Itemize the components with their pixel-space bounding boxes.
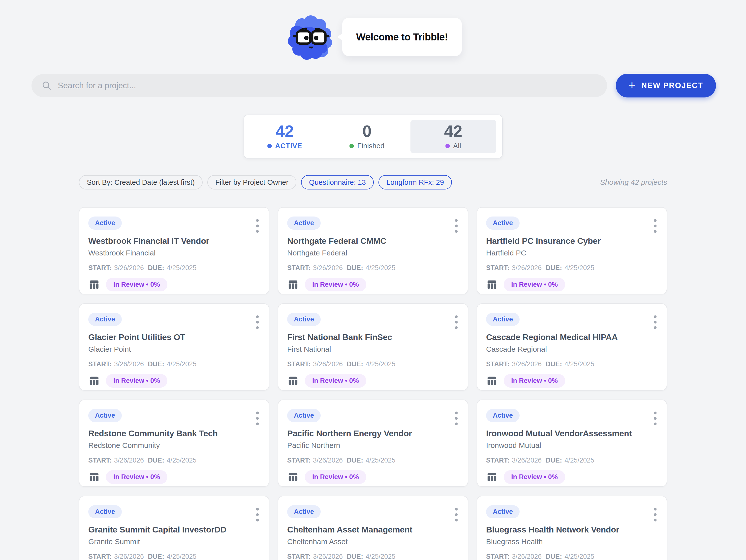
- project-company: Cheltenham Asset: [287, 537, 459, 546]
- card-footer: In Review • 0%: [88, 374, 260, 388]
- project-company: Redstone Community: [88, 441, 260, 450]
- card-footer: In Review • 0%: [287, 278, 459, 291]
- project-title: Cascade Regional Medical HIPAA: [486, 332, 658, 342]
- search-icon: [41, 80, 52, 91]
- stat-tab-all[interactable]: 42 All: [410, 120, 496, 153]
- review-status-pill: In Review • 0%: [305, 374, 366, 388]
- filter-owner-chip[interactable]: Filter by Project Owner: [207, 175, 296, 190]
- table-icon: [88, 279, 100, 290]
- kebab-menu-icon[interactable]: [654, 411, 657, 426]
- kebab-menu-icon[interactable]: [256, 218, 259, 234]
- kebab-menu-icon[interactable]: [455, 507, 458, 523]
- review-status-pill: In Review • 0%: [305, 278, 366, 291]
- project-company: Hartfield PC: [486, 249, 658, 257]
- project-company: Northgate Federal: [287, 249, 459, 257]
- project-dates: START: 3/26/2026 DUE: 4/25/2025: [287, 360, 459, 368]
- status-badge: Active: [88, 409, 122, 422]
- status-badge: Active: [287, 217, 321, 230]
- project-title: Ironwood Mutual VendorAssessment: [486, 428, 658, 438]
- card-footer: In Review • 0%: [287, 374, 459, 388]
- project-title: Granite Summit Capital InvestorDD: [88, 525, 260, 534]
- project-title: Glacier Point Utilities OT: [88, 332, 260, 342]
- stat-value-all: 42: [444, 123, 462, 139]
- table-icon: [88, 375, 100, 387]
- project-card[interactable]: Active Glacier Point Utilities OT Glacie…: [79, 303, 269, 391]
- review-status-pill: In Review • 0%: [305, 470, 366, 484]
- project-title: First National Bank FinSec: [287, 332, 459, 342]
- project-card[interactable]: Active Ironwood Mutual VendorAssessment …: [477, 399, 667, 487]
- kebab-menu-icon[interactable]: [256, 507, 259, 523]
- stat-tab-active[interactable]: 42 ACTIVE: [244, 115, 326, 158]
- review-status-pill: In Review • 0%: [504, 278, 565, 291]
- project-title: Westbrook Financial IT Vendor: [88, 236, 260, 246]
- table-icon: [88, 471, 100, 483]
- hero-header: Welcome to Tribble!: [0, 0, 746, 64]
- card-footer: In Review • 0%: [287, 470, 459, 484]
- card-footer: In Review • 0%: [486, 374, 658, 388]
- kebab-menu-icon[interactable]: [654, 218, 657, 234]
- project-card[interactable]: Active Bluegrass Health Network Vendor B…: [477, 496, 667, 560]
- project-card[interactable]: Active Northgate Federal CMMC Northgate …: [278, 207, 468, 295]
- project-title: Pacific Northern Energy Vendor: [287, 428, 459, 438]
- search-input[interactable]: [58, 81, 597, 90]
- card-footer: In Review • 0%: [486, 470, 658, 484]
- project-title: Cheltenham Asset Management: [287, 525, 459, 534]
- kebab-menu-icon[interactable]: [654, 507, 657, 523]
- project-title: Redstone Community Bank Tech: [88, 428, 260, 438]
- review-status-pill: In Review • 0%: [106, 470, 167, 484]
- card-footer: In Review • 0%: [486, 278, 658, 291]
- longform-rfx-chip[interactable]: Longform RFx: 29: [378, 175, 452, 190]
- project-card[interactable]: Active Granite Summit Capital InvestorDD…: [79, 496, 269, 560]
- project-dates: START: 3/26/2026 DUE: 4/25/2025: [486, 553, 658, 560]
- project-grid: Active Westbrook Financial IT Vendor Wes…: [79, 207, 667, 560]
- project-card[interactable]: Active Redstone Community Bank Tech Reds…: [79, 399, 269, 487]
- sort-by-chip[interactable]: Sort By: Created Date (latest first): [79, 175, 203, 190]
- status-badge: Active: [88, 217, 122, 230]
- kebab-menu-icon[interactable]: [455, 218, 458, 234]
- kebab-menu-icon[interactable]: [455, 314, 458, 330]
- search-box[interactable]: [31, 74, 607, 97]
- project-company: Ironwood Mutual: [486, 441, 658, 450]
- project-dates: START: 3/26/2026 DUE: 4/25/2025: [287, 264, 459, 272]
- stat-tab-finished[interactable]: 0 Finished: [326, 115, 408, 158]
- stat-label-finished: Finished: [349, 142, 384, 150]
- kebab-menu-icon[interactable]: [256, 314, 259, 330]
- card-footer: In Review • 0%: [88, 278, 260, 291]
- stats-card: 42 ACTIVE 0 Finished 42 All: [243, 115, 503, 159]
- status-badge: Active: [88, 313, 122, 326]
- project-title: Hartfield PC Insurance Cyber: [486, 236, 658, 246]
- status-badge: Active: [486, 505, 520, 518]
- project-card[interactable]: Active Cheltenham Asset Management Chelt…: [278, 496, 468, 560]
- project-card[interactable]: Active Hartfield PC Insurance Cyber Hart…: [477, 207, 667, 295]
- project-card[interactable]: Active Cascade Regional Medical HIPAA Ca…: [477, 303, 667, 391]
- table-icon: [486, 279, 498, 290]
- project-title: Northgate Federal CMMC: [287, 236, 459, 246]
- kebab-menu-icon[interactable]: [256, 411, 259, 426]
- kebab-menu-icon[interactable]: [455, 411, 458, 426]
- review-status-pill: In Review • 0%: [106, 278, 167, 291]
- stat-label-all: All: [446, 142, 461, 150]
- kebab-menu-icon[interactable]: [654, 314, 657, 330]
- project-title: Bluegrass Health Network Vendor: [486, 525, 658, 534]
- project-company: Granite Summit: [88, 537, 260, 546]
- stats-section: 42 ACTIVE 0 Finished 42 All: [0, 115, 746, 159]
- tribble-mascot-logo: [285, 14, 334, 61]
- active-dot-icon: [267, 144, 272, 148]
- status-badge: Active: [486, 217, 520, 230]
- project-company: Westbrook Financial: [88, 249, 260, 257]
- welcome-speech-bubble: Welcome to Tribble!: [342, 18, 462, 56]
- review-status-pill: In Review • 0%: [504, 374, 565, 388]
- project-card[interactable]: Active Pacific Northern Energy Vendor Pa…: [278, 399, 468, 487]
- filter-row: Sort By: Created Date (latest first) Fil…: [79, 175, 667, 190]
- table-icon: [287, 279, 299, 290]
- project-card[interactable]: Active First National Bank FinSec First …: [278, 303, 468, 391]
- questionnaire-chip[interactable]: Questionnaire: 13: [301, 175, 374, 190]
- status-badge: Active: [88, 505, 122, 518]
- review-status-pill: In Review • 0%: [504, 470, 565, 484]
- new-project-button[interactable]: + NEW PROJECT: [616, 74, 716, 97]
- stat-value-finished: 0: [362, 123, 372, 139]
- project-company: Bluegrass Health: [486, 537, 658, 546]
- project-dates: START: 3/26/2026 DUE: 4/25/2025: [486, 264, 658, 272]
- table-icon: [287, 375, 299, 387]
- project-card[interactable]: Active Westbrook Financial IT Vendor Wes…: [79, 207, 269, 295]
